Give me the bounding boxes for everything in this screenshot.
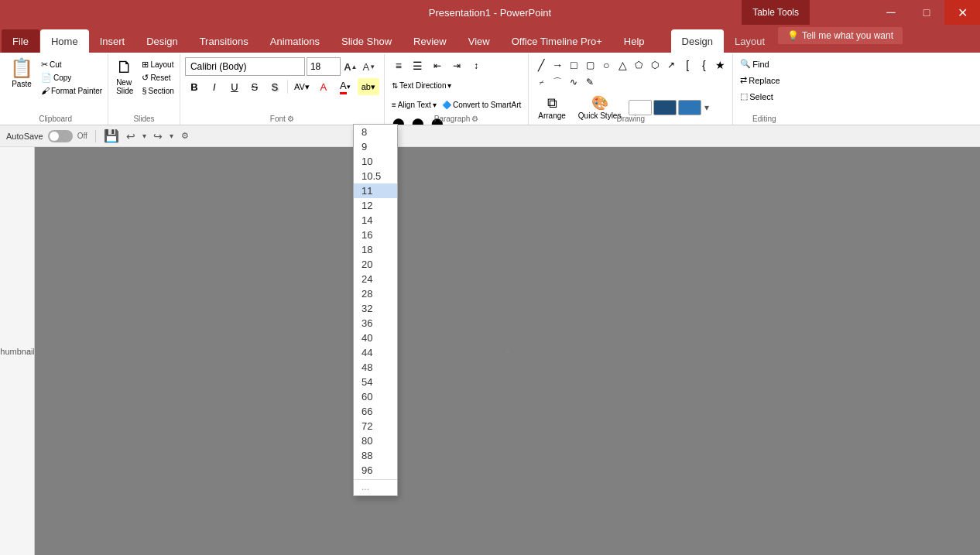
tell-me-bar[interactable]: 💡 Tell me what you want [778,27,903,44]
replace-btn[interactable]: ⇄Replace [738,74,790,87]
shadow-btn[interactable]: S [266,78,284,95]
shape-more-btn[interactable]: ⌿ [533,74,549,90]
shape-rect[interactable]: □ [566,57,581,73]
shape-freeform[interactable]: ✎ [582,74,598,90]
size-item-9[interactable]: 9 [354,139,397,154]
minimize-btn[interactable]: ─ [873,0,909,25]
strikethrough-btn[interactable]: S [245,78,264,95]
tab-transitions[interactable]: Transitions [189,29,259,53]
highlight-btn[interactable]: ab▾ [358,78,379,95]
undo-dropdown[interactable]: ▾ [142,132,146,140]
tab-slideshow[interactable]: Slide Show [331,29,403,53]
tab-home[interactable]: Home [40,29,89,53]
shape-hexagon[interactable]: ⬡ [647,57,663,73]
tab-table-layout[interactable]: Layout [724,29,776,53]
size-item-48[interactable]: 48 [354,360,397,375]
shape-style-1[interactable] [629,100,652,115]
size-item-20[interactable]: 20 [354,257,397,272]
char-spacing-btn[interactable]: AV▾ [291,78,313,95]
shape-circle[interactable]: ○ [598,57,614,73]
layout-btn[interactable]: ⊞Layout [139,59,176,70]
paste-btn[interactable]: 📋 Paste [6,56,37,90]
bold-btn[interactable]: B [185,78,204,95]
size-item-36[interactable]: 36 [354,316,397,331]
shape-pentagon[interactable]: ⬠ [631,57,646,73]
undo-btn[interactable]: ↩ [124,129,138,143]
find-btn[interactable]: 🔍Find [738,57,790,70]
font-settings-icon[interactable]: ⚙ [287,115,294,123]
tab-table-design[interactable]: Design [671,29,724,53]
shape-style-2[interactable] [653,100,677,115]
size-item-12[interactable]: 12 [354,198,397,213]
convert-smartart-btn[interactable]: 🔷 Convert to SmartArt [440,96,523,113]
align-text-btn[interactable]: ≡ Align Text ▾ [389,96,439,113]
font-size-dropdown[interactable]: 8 9 10 10.5 11 12 14 16 18 20 24 28 32 3… [353,124,398,496]
size-item-66[interactable]: 66 [354,404,397,419]
size-item-10[interactable]: 10 [354,154,397,169]
size-item-11[interactable]: 11 [354,183,397,198]
decrease-font-btn[interactable]: A▼ [361,58,378,75]
size-item-54[interactable]: 54 [354,375,397,389]
size-item-44[interactable]: 44 [354,345,397,360]
size-item-14[interactable]: 14 [354,213,397,228]
tab-officetimeline[interactable]: Office Timeline Pro+ [501,29,613,53]
section-btn[interactable]: §Section [139,85,176,96]
align-center-btn[interactable]: ⬤ [409,115,427,125]
expand-panel-btn[interactable]: › [26,344,33,359]
text-direction-btn[interactable]: ⇅ Text Direction ▾ [389,77,454,94]
shape-connector[interactable]: ↗ [663,57,679,73]
size-item-32[interactable]: 32 [354,301,397,316]
size-item-88[interactable]: 88 [354,448,397,463]
shape-bracket[interactable]: [ [680,57,695,73]
tab-file[interactable]: File [2,29,39,53]
size-item-24[interactable]: 24 [354,272,397,286]
clear-format-btn[interactable]: A [314,78,333,95]
shape-arc[interactable]: ⌒ [550,74,565,90]
underline-btn[interactable]: U [225,78,244,95]
italic-btn[interactable]: I [205,78,224,95]
shape-star[interactable]: ★ [712,57,728,73]
shape-style-3[interactable] [678,100,701,115]
increase-font-btn[interactable]: A▲ [342,58,359,75]
size-item-16[interactable]: 16 [354,228,397,242]
font-color-btn[interactable]: A▾ [334,78,356,95]
tab-insert[interactable]: Insert [89,29,136,53]
increase-indent-btn[interactable]: ⇥ [447,57,466,74]
copy-btn[interactable]: 📄Copy [39,72,105,84]
tab-help[interactable]: Help [613,29,656,53]
shape-roundrect[interactable]: ▢ [582,57,598,73]
slide-canvas[interactable] [507,351,509,352]
decrease-indent-btn[interactable]: ⇤ [428,57,447,74]
cut-btn[interactable]: ✂Cut [39,59,105,70]
autosave-toggle[interactable] [48,130,73,142]
shape-brace[interactable]: { [696,57,711,73]
shape-triangle[interactable]: △ [615,57,630,73]
close-btn[interactable]: ✕ [944,0,980,25]
tab-review[interactable]: Review [403,29,457,53]
save-btn[interactable]: 💾 [104,128,119,143]
arrange-btn[interactable]: ⧉ Arrange [533,94,571,122]
paragraph-settings-icon[interactable]: ⚙ [471,115,478,123]
tab-animations[interactable]: Animations [259,29,331,53]
select-btn[interactable]: ⬚Select [738,90,790,103]
size-item-18[interactable]: 18 [354,242,397,257]
shape-styles-more[interactable]: ▾ [704,102,709,113]
shape-wave[interactable]: ∿ [566,74,581,90]
font-name-input[interactable] [185,57,305,76]
size-item-8[interactable]: 8 [354,125,397,139]
numbered-btn[interactable]: ☰ [409,57,427,74]
size-item-28[interactable]: 28 [354,286,397,301]
tab-view[interactable]: View [457,29,501,53]
new-slide-btn[interactable]: 🗋 NewSlide [111,56,138,97]
size-item-96[interactable]: 96 [354,463,397,478]
shape-arrow[interactable]: → [550,57,565,73]
size-item-72[interactable]: 72 [354,419,397,433]
reset-btn[interactable]: ↺Reset [139,72,176,84]
tab-design[interactable]: Design [135,29,188,53]
maximize-btn[interactable]: □ [909,0,944,25]
format-painter-btn[interactable]: 🖌Format Painter [39,85,105,96]
bullets-btn[interactable]: ≡ [389,57,408,74]
line-spacing-btn[interactable]: ↕ [467,57,485,74]
redo-btn[interactable]: ↪ [151,129,165,143]
size-item-40[interactable]: 40 [354,331,397,345]
